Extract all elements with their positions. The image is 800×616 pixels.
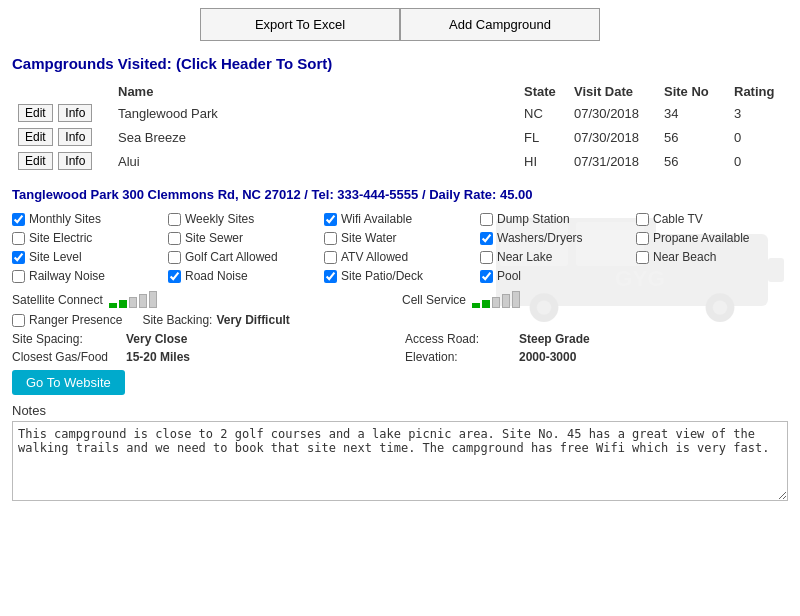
- col-header-actions: [12, 82, 112, 101]
- satellite-connect-group: Satellite Connect: [12, 291, 398, 308]
- table-row: Edit Info Tanglewood Park NC 07/30/2018 …: [12, 101, 788, 125]
- row-site-no: 34: [658, 101, 728, 125]
- row-name: Sea Breeze: [112, 125, 518, 149]
- row-name: Alui: [112, 149, 518, 173]
- checkbox-label: Golf Cart Allowed: [185, 250, 278, 264]
- site-backing-inline: Site Backing: Very Difficult: [142, 313, 289, 327]
- export-excel-button[interactable]: Export To Excel: [200, 8, 400, 41]
- col-header-name[interactable]: Name: [112, 82, 518, 101]
- empty-bar: [139, 294, 147, 308]
- checkbox-label: Propane Available: [653, 231, 750, 245]
- site-spacing-label: Site Spacing:: [12, 332, 122, 346]
- checkbox-input[interactable]: [168, 232, 181, 245]
- info-button[interactable]: Info: [58, 104, 92, 122]
- checkbox-input[interactable]: [480, 213, 493, 226]
- info-button[interactable]: Info: [58, 152, 92, 170]
- table-row: Edit Info Sea Breeze FL 07/30/2018 56 0: [12, 125, 788, 149]
- elevation-item: Elevation: 2000-3000: [405, 350, 788, 364]
- filled-bar: [482, 300, 490, 308]
- col-header-state[interactable]: State: [518, 82, 568, 101]
- access-road-item: Access Road: Steep Grade: [405, 332, 788, 346]
- signal-ranger-section: Satellite Connect Cell Service: [12, 291, 788, 308]
- empty-bar: [149, 291, 157, 308]
- checkbox-input[interactable]: [12, 270, 25, 283]
- edit-button[interactable]: Edit: [18, 152, 53, 170]
- cell-label: Cell Service: [402, 293, 466, 307]
- checkbox-item: Pool: [480, 269, 632, 283]
- checkbox-item: Weekly Sites: [168, 212, 320, 226]
- checkbox-input[interactable]: [636, 232, 649, 245]
- checkbox-label: Site Electric: [29, 231, 92, 245]
- notes-textarea[interactable]: [12, 421, 788, 501]
- checkbox-item: Site Water: [324, 231, 476, 245]
- checkbox-input[interactable]: [480, 232, 493, 245]
- top-button-bar: Export To Excel Add Campground: [12, 8, 788, 41]
- filled-bar: [472, 303, 480, 308]
- checkbox-label: Site Patio/Deck: [341, 269, 423, 283]
- checkbox-item: Site Patio/Deck: [324, 269, 476, 283]
- empty-bar: [512, 291, 520, 308]
- checkbox-item: Monthly Sites: [12, 212, 164, 226]
- row-actions: Edit Info: [12, 149, 112, 173]
- ranger-presence-checkbox[interactable]: [12, 314, 25, 327]
- checkbox-input[interactable]: [480, 251, 493, 264]
- checkbox-item: Cable TV: [636, 212, 788, 226]
- col-header-rating[interactable]: Rating: [728, 82, 788, 101]
- row-state: HI: [518, 149, 568, 173]
- closest-gas-value: 15-20 Miles: [126, 350, 190, 364]
- checkbox-input[interactable]: [12, 251, 25, 264]
- go-to-website-button[interactable]: Go To Website: [12, 370, 125, 395]
- checkbox-label: Washers/Dryers: [497, 231, 583, 245]
- checkbox-label: ATV Allowed: [341, 250, 408, 264]
- checkbox-input[interactable]: [168, 213, 181, 226]
- col-header-site-no[interactable]: Site No: [658, 82, 728, 101]
- checkbox-label: Site Level: [29, 250, 82, 264]
- access-road-label: Access Road:: [405, 332, 515, 346]
- empty-bar: [502, 294, 510, 308]
- checkbox-input[interactable]: [636, 251, 649, 264]
- edit-button[interactable]: Edit: [18, 104, 53, 122]
- checkbox-label: Near Beach: [653, 250, 716, 264]
- access-road-value: Steep Grade: [519, 332, 590, 346]
- checkbox-input[interactable]: [480, 270, 493, 283]
- row-state: FL: [518, 125, 568, 149]
- campgrounds-table: Name State Visit Date Site No Rating Edi…: [12, 82, 788, 173]
- checkbox-grid: Monthly Sites Weekly Sites Wifi Availabl…: [12, 212, 788, 283]
- col-header-visit-date[interactable]: Visit Date: [568, 82, 658, 101]
- checkbox-label: Site Sewer: [185, 231, 243, 245]
- cell-bars: [472, 291, 520, 308]
- site-backing-label: Site Backing:: [142, 313, 212, 327]
- satellite-bars: [109, 291, 157, 308]
- checkbox-item: Site Sewer: [168, 231, 320, 245]
- ranger-presence-row: Ranger Presence: [12, 313, 122, 327]
- checkbox-label: Dump Station: [497, 212, 570, 226]
- checkbox-input[interactable]: [636, 213, 649, 226]
- checkbox-item: [636, 269, 788, 283]
- satellite-label: Satellite Connect: [12, 293, 103, 307]
- checkbox-input[interactable]: [324, 213, 337, 226]
- row-state: NC: [518, 101, 568, 125]
- add-campground-button[interactable]: Add Campground: [400, 8, 600, 41]
- checkbox-input[interactable]: [168, 251, 181, 264]
- ranger-presence-label: Ranger Presence: [29, 313, 122, 327]
- elevation-label: Elevation:: [405, 350, 515, 364]
- row-actions: Edit Info: [12, 125, 112, 149]
- edit-button[interactable]: Edit: [18, 128, 53, 146]
- checkbox-input[interactable]: [324, 232, 337, 245]
- checkbox-input[interactable]: [12, 213, 25, 226]
- row-site-no: 56: [658, 149, 728, 173]
- checkbox-input[interactable]: [324, 270, 337, 283]
- checkbox-item: Golf Cart Allowed: [168, 250, 320, 264]
- checkbox-input[interactable]: [168, 270, 181, 283]
- checkbox-label: Wifi Available: [341, 212, 412, 226]
- filled-bar: [109, 303, 117, 308]
- site-info-grid: Site Spacing: Very Close Access Road: St…: [12, 332, 788, 364]
- row-visit-date: 07/31/2018: [568, 149, 658, 173]
- checkbox-item: ATV Allowed: [324, 250, 476, 264]
- row-visit-date: 07/30/2018: [568, 101, 658, 125]
- info-button[interactable]: Info: [58, 128, 92, 146]
- checkbox-input[interactable]: [12, 232, 25, 245]
- checkbox-label: Railway Noise: [29, 269, 105, 283]
- checkbox-input[interactable]: [324, 251, 337, 264]
- checkbox-label: Monthly Sites: [29, 212, 101, 226]
